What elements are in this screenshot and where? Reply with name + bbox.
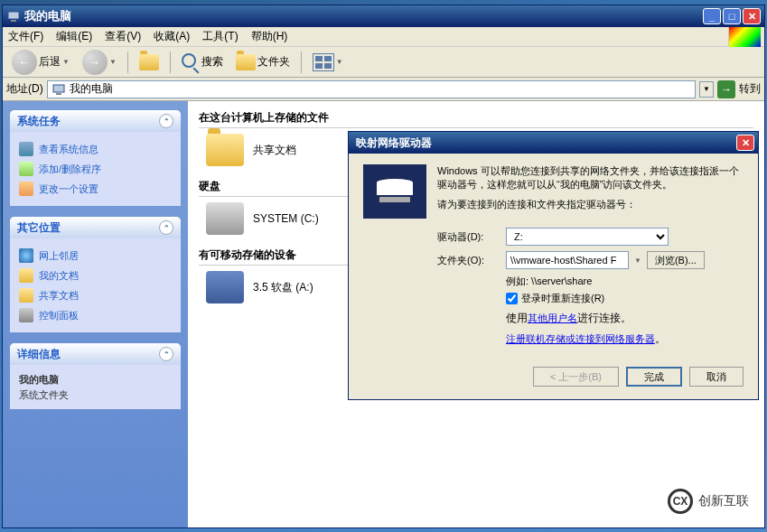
sidebar: 系统任务 ⌃ 查看系统信息 添加/删除程序 更改一个设置 其它位置 ⌃ 网上邻居… — [3, 101, 188, 527]
back-step-button: < 上一步(B) — [533, 367, 619, 387]
menu-help[interactable]: 帮助(H) — [251, 29, 288, 44]
back-dropdown-icon: ▼ — [62, 58, 70, 66]
computer-icon — [6, 9, 21, 23]
item-label: 查看系统信息 — [39, 143, 98, 156]
views-button[interactable]: ▼ — [309, 51, 347, 73]
svg-rect-3 — [56, 93, 61, 95]
tasks-pane: 系统任务 ⌃ 查看系统信息 添加/删除程序 更改一个设置 — [10, 110, 181, 206]
sidebar-item-addremove[interactable]: 添加/删除程序 — [19, 159, 172, 179]
dialog-footer: < 上一步(B) 完成 取消 — [349, 358, 758, 399]
sidebar-item-mydocs[interactable]: 我的文档 — [19, 266, 172, 285]
search-icon — [182, 53, 200, 71]
menu-favorites[interactable]: 收藏(A) — [154, 29, 190, 44]
browse-button[interactable]: 浏览(B)... — [647, 251, 705, 269]
reconnect-checkbox[interactable] — [506, 293, 518, 304]
forward-dropdown-icon: ▼ — [109, 58, 117, 66]
details-title: 详细信息 — [17, 347, 61, 362]
sidebar-item-controlpanel[interactable]: 控制面板 — [19, 305, 172, 325]
folder-dropdown-icon[interactable]: ▼ — [634, 257, 641, 265]
menu-view[interactable]: 查看(V) — [105, 29, 141, 44]
section-stored-title: 在这台计算机上存储的文件 — [199, 110, 753, 128]
forward-button[interactable]: → ▼ — [79, 48, 120, 77]
back-button[interactable]: ← 后退 ▼ — [8, 48, 73, 77]
svg-point-5 — [377, 179, 413, 186]
item-label: 网上邻居 — [39, 249, 79, 263]
maximize-button[interactable]: □ — [723, 8, 741, 24]
address-input[interactable]: 我的电脑 — [47, 80, 696, 98]
info-icon — [19, 142, 33, 156]
separator — [170, 51, 171, 73]
separator — [127, 51, 128, 73]
go-button[interactable]: → — [717, 80, 735, 98]
chevron-up-icon: ⌃ — [159, 347, 173, 361]
svg-rect-6 — [379, 197, 410, 202]
dialog-close-button[interactable]: ✕ — [736, 135, 754, 151]
other-header[interactable]: 其它位置 ⌃ — [10, 217, 181, 238]
folder-icon — [206, 134, 244, 166]
details-header[interactable]: 详细信息 ⌃ — [10, 343, 181, 365]
separator — [301, 51, 302, 73]
menubar: 文件(F) 编辑(E) 查看(V) 收藏(A) 工具(T) 帮助(H) — [3, 27, 764, 47]
search-button[interactable]: 搜索 — [178, 51, 227, 73]
dialog-titlebar[interactable]: 映射网络驱动器 ✕ — [349, 132, 758, 154]
chevron-up-icon: ⌃ — [159, 220, 173, 235]
addremove-icon — [19, 162, 33, 176]
up-button[interactable] — [136, 52, 163, 72]
reconnect-label: 登录时重新连接(R) — [521, 292, 604, 305]
item-label: 更改一个设置 — [39, 182, 98, 196]
cancel-button[interactable]: 取消 — [689, 367, 744, 387]
views-dropdown-icon: ▼ — [336, 58, 343, 66]
sidebar-item-changesetting[interactable]: 更改一个设置 — [19, 179, 172, 199]
menu-tools[interactable]: 工具(T) — [202, 29, 238, 44]
address-label: 地址(D) — [6, 81, 43, 97]
other-user-prefix: 使用 — [506, 312, 528, 324]
finish-button[interactable]: 完成 — [626, 367, 682, 387]
titlebar[interactable]: 我的电脑 _ □ ✕ — [3, 5, 764, 27]
floppy-icon — [206, 271, 244, 303]
drive-select[interactable]: Z: — [506, 228, 669, 246]
address-dropdown[interactable]: ▼ — [699, 81, 714, 98]
other-places-pane: 其它位置 ⌃ 网上邻居 我的文档 共享文档 控制面板 — [10, 217, 181, 332]
item-label: SYSTEM (C:) — [253, 212, 319, 225]
minimize-button[interactable]: _ — [703, 8, 721, 24]
setting-icon — [19, 182, 33, 196]
docs-icon — [19, 268, 33, 283]
toolbar: ← 后退 ▼ → ▼ 搜索 文件夹 ▼ — [3, 47, 764, 78]
back-icon: ← — [12, 50, 37, 75]
window-title: 我的电脑 — [24, 8, 701, 24]
svg-rect-0 — [8, 12, 19, 19]
menu-file[interactable]: 文件(F) — [8, 29, 43, 44]
other-user-suffix: 进行连接。 — [577, 312, 631, 324]
computer-icon — [51, 82, 66, 97]
period: 。 — [655, 332, 666, 345]
svg-rect-2 — [53, 85, 64, 92]
tasks-title: 系统任务 — [17, 114, 61, 129]
dialog-description: Windows 可以帮助您连接到共享的网络文件夹，并给该连接指派一个驱动器号，这… — [437, 164, 744, 219]
hdd-icon — [206, 202, 244, 235]
logo-icon: CX — [668, 489, 693, 514]
item-label: 添加/删除程序 — [39, 163, 101, 176]
details-pane: 详细信息 ⌃ 我的电脑 系统文件夹 — [10, 343, 181, 409]
sidebar-item-sysinfo[interactable]: 查看系统信息 — [19, 139, 172, 159]
close-button[interactable]: ✕ — [743, 8, 761, 24]
map-network-drive-dialog: 映射网络驱动器 ✕ Windows 可以帮助您连接到共享的网络文件夹，并给该连接… — [348, 131, 759, 400]
item-label: 控制面板 — [39, 309, 79, 322]
menu-edit[interactable]: 编辑(E) — [56, 29, 92, 44]
item-label: 共享文档 — [253, 143, 296, 158]
details-name: 我的电脑 — [19, 372, 172, 387]
item-label: 我的文档 — [39, 269, 79, 283]
other-user-link[interactable]: 其他用户名 — [528, 313, 577, 323]
folders-button[interactable]: 文件夹 — [232, 52, 294, 72]
sidebar-item-network[interactable]: 网上邻居 — [19, 246, 172, 266]
folder-label: 文件夹(O): — [437, 254, 500, 267]
storage-link[interactable]: 注册联机存储或连接到网络服务器 — [506, 333, 655, 344]
address-bar: 地址(D) 我的电脑 ▼ → 转到 — [3, 78, 764, 101]
drive-label: 驱动器(D): — [437, 230, 500, 244]
panel-icon — [19, 308, 33, 322]
tasks-header[interactable]: 系统任务 ⌃ — [10, 110, 181, 132]
item-label: 共享文档 — [39, 289, 79, 303]
sidebar-item-shared[interactable]: 共享文档 — [19, 285, 172, 305]
folders-label: 文件夹 — [257, 54, 290, 70]
folder-input[interactable] — [506, 251, 629, 269]
chevron-up-icon: ⌃ — [159, 114, 173, 128]
